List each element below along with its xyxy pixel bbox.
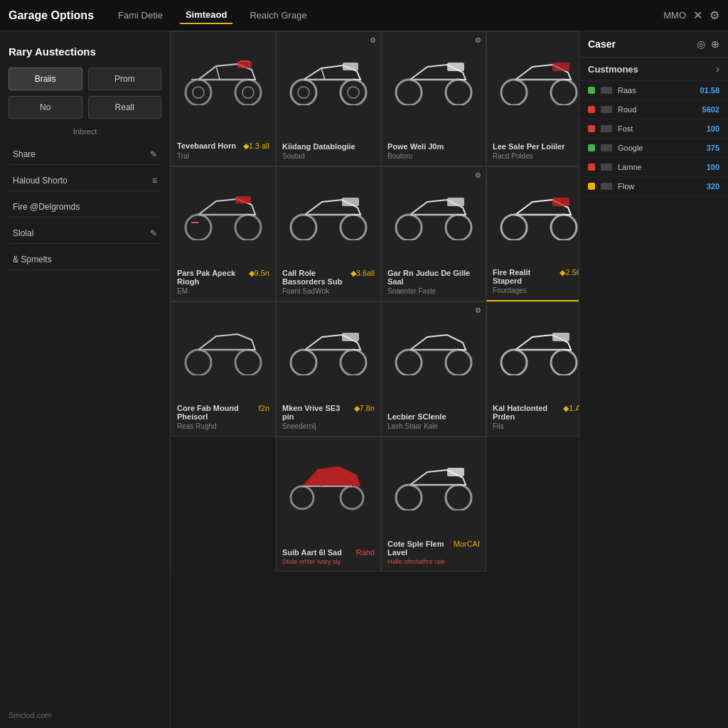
- bike-svg-1: [282, 48, 375, 105]
- sidebar-item-share[interactable]: Share ✎: [9, 144, 161, 165]
- bike-card-10[interactable]: ⚙ Lecbier SClenle Lash Staar Kale: [381, 301, 486, 437]
- bike-card-7[interactable]: Fire Realit Staperd ◆2.56n Fourdages: [486, 166, 579, 301]
- bike-image-11: [493, 308, 579, 386]
- right-sidebar: Caser ◎ ⊕ Custmones › Raas 01.58 Roud 56…: [579, 31, 728, 728]
- svg-point-5: [291, 80, 316, 105]
- sidebar-item-slolal[interactable]: Slolal ✎: [9, 223, 161, 244]
- bike-svg-0: [177, 48, 269, 105]
- bike-image-9: [282, 308, 375, 386]
- main-layout: Rary Austections Braiis Prom No Reall In…: [0, 31, 728, 728]
- custmone-value-1: 5602: [702, 105, 719, 114]
- bike-card-11[interactable]: Kal Hatclonted Prden ◆1.An Fils: [486, 301, 579, 437]
- svg-rect-27: [552, 198, 569, 206]
- custmone-thumb-1: [601, 106, 612, 113]
- page-title: Garage Options: [9, 9, 94, 22]
- custmone-row-5[interactable]: Flow 320: [579, 177, 728, 196]
- prom-button[interactable]: Prom: [88, 68, 162, 90]
- corner-icon-10: ⚙: [475, 306, 481, 314]
- header: Garage Options Fami Detie Simteaod Reaic…: [0, 0, 728, 31]
- svg-point-8: [348, 87, 359, 98]
- custmone-row-1[interactable]: Roud 5602: [579, 100, 728, 119]
- bike-info-3: Lee Sale Per Loiiler Racd Poldes: [493, 139, 579, 160]
- tab-reaich[interactable]: Reaich Grage: [244, 7, 312, 23]
- braiis-button[interactable]: Braiis: [9, 68, 82, 90]
- svg-point-3: [242, 87, 254, 98]
- sidebar-btn-row-1: Braiis Prom: [9, 68, 161, 90]
- no-button[interactable]: No: [9, 96, 82, 119]
- bike-svg-4: [177, 183, 269, 240]
- bike-svg-13: [387, 454, 480, 510]
- svg-point-34: [446, 350, 471, 375]
- right-top: Caser ◎ ⊕: [579, 31, 728, 58]
- sidebar-item-fire[interactable]: Fire @Delgromds: [9, 197, 161, 218]
- custmone-dot-2: [588, 125, 595, 132]
- bike-info-11: Kal Hatclonted Prden ◆1.An Fils: [493, 401, 579, 430]
- bike-card-4[interactable]: Pars Pak Apeck Riogh ◆9.5n EM: [171, 166, 276, 301]
- custmones-expand-icon: ›: [716, 63, 719, 75]
- bike-card-3[interactable]: ⚙ Lee Sale Per Loiiler Racd Poldes: [486, 31, 579, 166]
- custmone-dot-5: [588, 183, 595, 190]
- svg-rect-18: [235, 196, 251, 203]
- sidebar-item-haloud[interactable]: Haloud Shorto ≡: [9, 171, 161, 191]
- bike-info-0: Tevebaard Horn ◆1.3 all Tral: [177, 139, 269, 160]
- svg-rect-4: [237, 61, 252, 68]
- bike-info-1: Kiidang Datablogiie Soutad: [282, 139, 375, 160]
- custmones-header[interactable]: Custmones ›: [579, 58, 728, 81]
- svg-point-17: [235, 215, 261, 240]
- custmone-thumb-5: [601, 183, 612, 190]
- bike-svg-11: [493, 318, 579, 375]
- svg-point-29: [235, 350, 261, 375]
- svg-rect-12: [447, 63, 464, 71]
- bike-card-placeholder2: [486, 437, 579, 572]
- bike-image-7: [493, 173, 579, 251]
- bike-card-0[interactable]: Tevebaard Horn ◆1.3 all Tral: [171, 31, 276, 166]
- mmo-button[interactable]: MMO: [663, 10, 686, 21]
- custmone-value-3: 375: [707, 144, 719, 152]
- tab-simteaod[interactable]: Simteaod: [180, 6, 233, 24]
- custmone-list: Raas 01.58 Roud 5602 Fost 100 Google 375…: [579, 81, 728, 196]
- add-icon[interactable]: ⊕: [711, 38, 719, 50]
- bike-card-1[interactable]: ⚙ Kiidang Datablogiie: [276, 31, 381, 166]
- bike-info-13: Cote Sple Flem Lavel MorCAI Halle ohrcta…: [387, 537, 480, 565]
- bike-info-5: Call Role Bassorders Sub ◆3.6all Foant S…: [282, 266, 375, 295]
- svg-point-38: [291, 486, 314, 509]
- bike-info-12: Suib Aart 6l Sad Rahd Dtule orhier Ivory…: [282, 545, 375, 565]
- sidebar-item-spmelts[interactable]: & Spmelts: [9, 250, 161, 270]
- svg-point-28: [186, 350, 211, 375]
- bike-card-12[interactable]: Suib Aart 6l Sad Rahd Dtule orhier Ivory…: [276, 437, 381, 572]
- custmone-name-1: Roud: [618, 105, 697, 114]
- bike-card-placeholder: [171, 437, 276, 572]
- tab-fami[interactable]: Fami Detie: [112, 7, 168, 23]
- custmone-dot-3: [588, 144, 595, 151]
- custmone-row-2[interactable]: Fost 100: [579, 119, 728, 139]
- bike-grid: Tevebaard Horn ◆1.3 all Tral ⚙: [171, 31, 579, 572]
- eye-icon[interactable]: ◎: [697, 38, 705, 50]
- bike-card-6[interactable]: ⚙ Gar Rn Juduc De Gille Saal Snaenter Fa…: [381, 166, 486, 301]
- svg-point-13: [501, 80, 527, 105]
- bike-image-0: [177, 38, 269, 116]
- bike-info-6: Gar Rn Juduc De Gille Saal Snaenter Fast…: [387, 266, 480, 295]
- custmone-row-0[interactable]: Raas 01.58: [579, 81, 728, 100]
- bike-svg-3: [493, 48, 579, 105]
- custmone-value-2: 100: [707, 124, 719, 133]
- bike-card-9[interactable]: Mken Vrive SE3 pin ◆7.8n Sneedernlj: [276, 301, 381, 437]
- svg-point-30: [291, 350, 316, 375]
- bike-card-8[interactable]: Core Fab Mound Pheisorl f2n Reas Rughd: [171, 301, 276, 437]
- bike-svg-9: [282, 318, 375, 375]
- reall-button[interactable]: Reall: [88, 96, 162, 119]
- center-content: Tevebaard Horn ◆1.3 all Tral ⚙: [171, 31, 579, 728]
- custmone-name-4: Lamne: [618, 163, 701, 171]
- bike-card-13[interactable]: Cote Sple Flem Lavel MorCAI Halle ohrcta…: [381, 437, 486, 572]
- sidebar-btn-row-2: No Reall: [9, 96, 161, 119]
- right-section-title: Caser: [588, 38, 616, 50]
- custmone-name-2: Fost: [618, 124, 701, 133]
- bike-image-8: [177, 308, 269, 386]
- close-button[interactable]: ✕: [693, 9, 702, 22]
- bike-card-2[interactable]: ⚙ Powe Weli J0m Boutoro: [381, 31, 486, 166]
- svg-rect-42: [447, 468, 464, 476]
- custmone-row-4[interactable]: Lamne 100: [579, 158, 728, 177]
- settings-button[interactable]: ⚙: [710, 9, 719, 22]
- bike-card-5[interactable]: Call Role Bassorders Sub ◆3.6all Foant S…: [276, 166, 381, 301]
- bike-image-1: [282, 38, 375, 116]
- custmone-row-3[interactable]: Google 375: [579, 139, 728, 158]
